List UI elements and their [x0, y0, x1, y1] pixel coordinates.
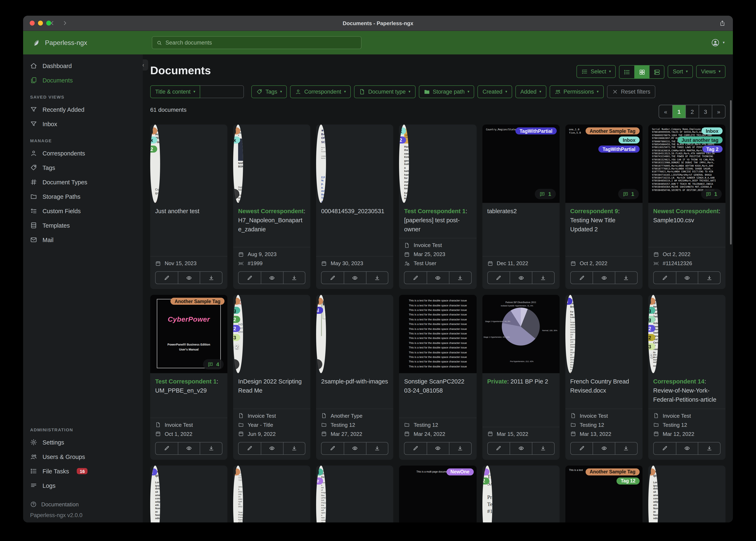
document-card[interactable]: Serial Number,Company Name,Employee Mark…	[648, 125, 725, 289]
filter-correspondent-button[interactable]: Correspondent▾	[290, 85, 351, 98]
document-card[interactable]: one,1.0five,5.0Another Sample TagInboxTa…	[565, 125, 642, 289]
document-title[interactable]: tablerates2	[482, 203, 559, 256]
tag-badge[interactable]: Another Sample Tag	[233, 468, 240, 475]
sidebar-item-inbox[interactable]: Inbox	[23, 117, 143, 131]
download-button[interactable]	[283, 442, 305, 454]
sidebar-item-settings[interactable]: Settings	[23, 435, 143, 449]
document-thumbnail[interactable]: The SATPracticeTest #1Make time to take …	[482, 465, 492, 522]
edit-button[interactable]	[322, 442, 344, 454]
comment-count-badge[interactable]: 6	[233, 359, 239, 370]
back-icon[interactable]	[50, 20, 55, 26]
document-card[interactable]: Francja pod rNAPOLEON BONAPARTEDojście N…	[233, 125, 310, 289]
sidebar-item-file-tasks[interactable]: File Tasks16	[23, 464, 143, 478]
tag-badge[interactable]: Tag 2	[233, 325, 240, 332]
tag-badge[interactable]: Another Sample Tag	[648, 468, 655, 475]
document-title[interactable]: Correspondent 14: Review-of-New-York-Fed…	[648, 373, 725, 409]
document-thumbnail[interactable]: This is a multi page document. Page 1.Ne…	[399, 465, 476, 522]
tag-badge[interactable]: Another Sample Tag	[586, 468, 640, 475]
preview-button[interactable]	[593, 272, 615, 284]
edit-button[interactable]	[156, 442, 178, 454]
document-card[interactable]: Country,Region/State,"TTagWithPartial1ta…	[482, 125, 559, 289]
document-title[interactable]: Newest Correspondent: H7_Napoleon_Bonapa…	[233, 203, 310, 247]
filter-title-content-button[interactable]: Title & content▾	[150, 85, 200, 98]
edit-button[interactable]	[488, 272, 510, 284]
title-content-input[interactable]	[200, 85, 244, 98]
edit-button[interactable]	[156, 272, 178, 284]
preview-button[interactable]	[261, 272, 283, 284]
edit-button[interactable]	[571, 442, 593, 454]
download-button[interactable]	[532, 272, 554, 284]
pagination-next[interactable]: »	[712, 105, 725, 118]
sort-button[interactable]: Sort▾	[668, 65, 693, 78]
document-thumbnail[interactable]: Adobe Acrobat PDF FilesCupcake ipsumAnot…	[150, 125, 160, 203]
document-card[interactable]: ✳ BANK OF SCOTLANDBank of Scotland · 108…	[316, 125, 393, 289]
tag-badge[interactable]: Just another tag	[316, 468, 323, 475]
share-icon[interactable]	[719, 20, 725, 26]
preview-button[interactable]	[427, 442, 449, 454]
preview-button[interactable]	[510, 272, 532, 284]
edit-button[interactable]	[654, 272, 676, 284]
close-window-button[interactable]	[30, 21, 35, 26]
filter-tags-button[interactable]: Tags▾	[252, 85, 287, 98]
comment-count-badge[interactable]: 1	[535, 189, 556, 199]
preview-button[interactable]	[261, 442, 283, 454]
document-title[interactable]: French Country Bread Revised.docx	[565, 373, 642, 409]
tag-badge[interactable]: NewOne	[316, 477, 323, 484]
document-title[interactable]: Private: 2011 BP Pie 2	[482, 373, 559, 427]
document-card[interactable]: CyberPowerPowerPanel® Business EditionUs…	[150, 295, 227, 460]
tag-badge[interactable]: Inbox	[150, 137, 157, 144]
document-title[interactable]: 2sample-pdf-with-images	[316, 373, 393, 409]
sidebar-item-recently-added[interactable]: Recently Added	[23, 102, 143, 117]
preview-button[interactable]	[178, 272, 200, 284]
document-correspondent[interactable]: Test Correspondent 1	[404, 208, 466, 215]
edit-button[interactable]	[322, 272, 344, 284]
document-thumbnail[interactable]: Patient BP Distribution 2011Isolated Sys…	[482, 295, 559, 373]
tag-badge[interactable]: TagWithPartial	[316, 307, 323, 314]
sidebar-item-templates[interactable]: Templates	[23, 218, 143, 233]
tag-badge[interactable]: Tag 12	[150, 146, 157, 153]
document-title[interactable]: Just another test	[150, 203, 227, 256]
sidebar-item-document-types[interactable]: Document Types	[23, 175, 143, 189]
filter-reset-button[interactable]: Reset filters	[607, 85, 655, 98]
tag-badge[interactable]: Tag 222	[648, 334, 655, 341]
document-thumbnail[interactable]: Test Name123-456-7890January 2, 2022July…	[233, 465, 243, 522]
document-thumbnail[interactable]: Adobe InDesignInDesign Scripting Documen…	[233, 295, 243, 373]
edit-button[interactable]	[488, 442, 510, 454]
edit-button[interactable]	[405, 442, 427, 454]
global-search[interactable]	[152, 36, 361, 49]
document-title[interactable]: Sonstige ScanPC2022 03-24_081058	[399, 373, 476, 418]
document-title[interactable]: InDesign 2022 Scripting Read Me	[233, 373, 310, 409]
comment-count-badge[interactable]: 4	[203, 359, 224, 370]
document-card[interactable]: French Country BreadFor the Leaven1 heap…	[565, 295, 642, 460]
tag-badge[interactable]: TagWithPartial	[515, 127, 556, 135]
preview-button[interactable]	[676, 272, 698, 284]
tag-badge[interactable]: Tag 12	[482, 477, 489, 484]
document-card[interactable]: This is a multi page document. Page 1.Ne…	[399, 465, 476, 522]
forward-icon[interactable]	[62, 20, 68, 26]
pagination-prev[interactable]: «	[659, 105, 672, 118]
download-button[interactable]	[366, 272, 388, 284]
document-thumbnail[interactable]: ✳ BANK OF SCOTLANDBank of Scotland · 108…	[316, 125, 326, 203]
document-card[interactable]: The SATPracticeTest #1Make time to take …	[482, 465, 559, 522]
tag-badge[interactable]: TagWithPartial	[599, 146, 640, 153]
document-card[interactable]: Adobe InDesignInDesign Scripting Documen…	[233, 295, 310, 460]
tag-badge[interactable]: NewOne	[482, 468, 489, 475]
tag-badge[interactable]: Inbox	[399, 127, 406, 135]
tag-badge[interactable]: Tag 3	[648, 343, 655, 350]
document-thumbnail[interactable]: CyberPowerPowerPanel® Business EditionUs…	[150, 295, 227, 373]
tag-badge[interactable]: Another Sample Tag	[150, 127, 157, 135]
tag-badge[interactable]: Just another tag	[233, 307, 240, 314]
document-correspondent[interactable]: Correspondent 9	[570, 208, 618, 215]
document-title[interactable]: Test Correspondent 1: [paperless] test p…	[399, 203, 476, 238]
tag-badge[interactable]: TagWithPartial	[565, 298, 572, 305]
document-card[interactable]: Lorem ipsumLorem ipsum dolor sit amet, c…	[648, 465, 725, 522]
views-button[interactable]: Views▾	[696, 65, 725, 78]
document-thumbnail[interactable]: Lorem ipsumLorem ipsum dolor sit amet, c…	[150, 465, 160, 522]
document-card[interactable]: Patient BP Distribution 2011Isolated Sys…	[482, 295, 559, 460]
filter-storage-path-button[interactable]: Storage path▾	[419, 85, 474, 98]
document-correspondent[interactable]: Private	[487, 378, 507, 385]
document-card[interactable]: Boundary Waters TripAnother Sample TagTa…	[316, 295, 393, 460]
tag-badge[interactable]: Another Sample Tag	[233, 298, 240, 305]
download-button[interactable]	[698, 272, 720, 284]
document-thumbnail[interactable]: one,1.0five,5.0Another Sample TagInboxTa…	[565, 125, 642, 203]
